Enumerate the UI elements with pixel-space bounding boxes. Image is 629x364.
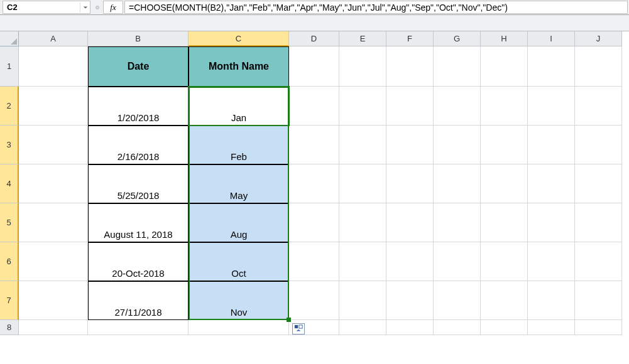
column-header-i[interactable]: I — [528, 31, 575, 46]
cell-f4[interactable] — [386, 164, 434, 203]
cell-i5[interactable] — [528, 203, 575, 242]
column-header-f[interactable]: F — [386, 31, 434, 46]
cell-i8[interactable] — [528, 320, 575, 335]
cell-j6[interactable] — [575, 242, 622, 281]
insert-function-button[interactable]: fx — [103, 1, 123, 14]
cell-j7[interactable] — [575, 281, 622, 320]
cell-f3[interactable] — [386, 126, 434, 164]
cell-d3[interactable] — [289, 126, 339, 164]
cell-h1[interactable] — [481, 46, 528, 87]
row-header-6[interactable]: 6 — [0, 242, 19, 281]
cell-a3[interactable] — [19, 126, 88, 164]
cell-e1[interactable] — [339, 46, 386, 87]
cell-a5[interactable] — [19, 203, 88, 242]
cell-e6[interactable] — [339, 242, 386, 281]
column-header-g[interactable]: G — [434, 31, 481, 46]
cell-g4[interactable] — [434, 164, 481, 203]
cell-h8[interactable] — [481, 320, 528, 335]
cell-e3[interactable] — [339, 126, 386, 164]
cell-g7[interactable] — [434, 281, 481, 320]
cell-j8[interactable] — [575, 320, 622, 335]
cell-h6[interactable] — [481, 242, 528, 281]
cell-h2[interactable] — [481, 87, 528, 126]
cell-g5[interactable] — [434, 203, 481, 242]
cell-d4[interactable] — [289, 164, 339, 203]
row-header-1[interactable]: 1 — [0, 46, 19, 87]
cell-e8[interactable] — [339, 320, 386, 335]
cell-e5[interactable] — [339, 203, 386, 242]
row-header-3[interactable]: 3 — [0, 126, 19, 164]
cell-a6[interactable] — [19, 242, 88, 281]
cell-j4[interactable] — [575, 164, 622, 203]
cell-f7[interactable] — [386, 281, 434, 320]
cell-i7[interactable] — [528, 281, 575, 320]
cell-i1[interactable] — [528, 46, 575, 87]
row-header-2[interactable]: 2 — [0, 87, 19, 126]
cell-g8[interactable] — [434, 320, 481, 335]
name-box-wrap[interactable]: C2 — [3, 1, 90, 14]
cell-c8[interactable] — [189, 320, 289, 335]
cell-g1[interactable] — [434, 46, 481, 87]
cell-f6[interactable] — [386, 242, 434, 281]
row-header-8[interactable]: 8 — [0, 320, 19, 335]
cell-b5[interactable]: August 11, 2018 — [88, 203, 189, 242]
cell-b6[interactable]: 20-Oct-2018 — [88, 242, 189, 281]
name-box-dropdown[interactable] — [80, 3, 90, 13]
cell-b7[interactable]: 27/11/2018 — [88, 281, 189, 320]
spreadsheet-grid[interactable]: A B C D E F G H I J 1 2 3 4 5 6 7 8 Date… — [0, 31, 629, 335]
cell-h7[interactable] — [481, 281, 528, 320]
cell-a2[interactable] — [19, 87, 88, 126]
cell-h3[interactable] — [481, 126, 528, 164]
column-header-h[interactable]: H — [481, 31, 528, 46]
cell-j1[interactable] — [575, 46, 622, 87]
cell-e4[interactable] — [339, 164, 386, 203]
column-header-d[interactable]: D — [289, 31, 339, 46]
cell-j2[interactable] — [575, 87, 622, 126]
table-header-month[interactable]: Month Name — [189, 46, 289, 87]
cell-i4[interactable] — [528, 164, 575, 203]
name-box[interactable]: C2 — [3, 3, 80, 12]
table-header-date[interactable]: Date — [88, 46, 189, 87]
row-header-7[interactable]: 7 — [0, 281, 19, 320]
cell-d2[interactable] — [289, 87, 339, 126]
row-header-5[interactable]: 5 — [0, 203, 19, 242]
cell-j5[interactable] — [575, 203, 622, 242]
cell-f8[interactable] — [386, 320, 434, 335]
cell-h5[interactable] — [481, 203, 528, 242]
cell-c2[interactable]: Jan — [189, 87, 289, 126]
cell-i3[interactable] — [528, 126, 575, 164]
cell-e2[interactable] — [339, 87, 386, 126]
cell-c6[interactable]: Oct — [189, 242, 289, 281]
cell-b8[interactable] — [88, 320, 189, 335]
cell-i6[interactable] — [528, 242, 575, 281]
formula-input[interactable]: =CHOOSE(MONTH(B2),"Jan","Feb","Mar","Apr… — [124, 1, 628, 14]
cell-b4[interactable]: 5/25/2018 — [88, 164, 189, 203]
column-header-a[interactable]: A — [19, 31, 88, 46]
cell-h4[interactable] — [481, 164, 528, 203]
cell-a7[interactable] — [19, 281, 88, 320]
column-header-e[interactable]: E — [339, 31, 386, 46]
cell-d5[interactable] — [289, 203, 339, 242]
cell-d1[interactable] — [289, 46, 339, 87]
column-header-j[interactable]: J — [575, 31, 622, 46]
formula-bar-handle[interactable] — [92, 0, 103, 14]
cell-j3[interactable] — [575, 126, 622, 164]
cell-g6[interactable] — [434, 242, 481, 281]
cell-f5[interactable] — [386, 203, 434, 242]
cell-b2[interactable]: 1/20/2018 — [88, 87, 189, 126]
cell-f2[interactable] — [386, 87, 434, 126]
cell-g3[interactable] — [434, 126, 481, 164]
column-header-b[interactable]: B — [88, 31, 189, 46]
cell-d6[interactable] — [289, 242, 339, 281]
cell-b3[interactable]: 2/16/2018 — [88, 126, 189, 164]
cell-i2[interactable] — [528, 87, 575, 126]
column-header-c[interactable]: C — [189, 31, 289, 46]
cell-c7[interactable]: Nov — [189, 281, 289, 320]
autofill-options-button[interactable] — [292, 323, 305, 335]
cell-e7[interactable] — [339, 281, 386, 320]
cell-a4[interactable] — [19, 164, 88, 203]
cell-g2[interactable] — [434, 87, 481, 126]
cell-d7[interactable] — [289, 281, 339, 320]
cell-a8[interactable] — [19, 320, 88, 335]
select-all-corner[interactable] — [0, 31, 19, 46]
